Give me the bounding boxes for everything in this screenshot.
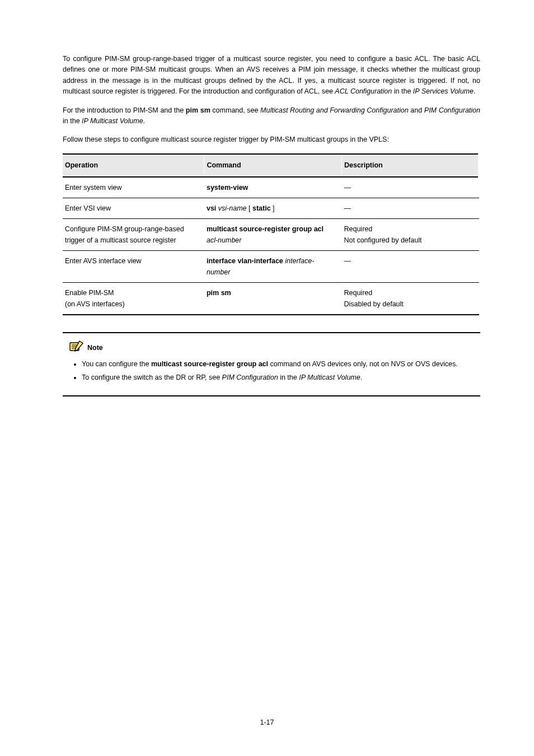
note-block: Note You can configure the multicast sou…	[63, 332, 480, 396]
table-row: Enter VSI view vsi vsi-name [ static ] —	[63, 198, 479, 219]
table-header-description: Description	[341, 154, 479, 177]
paragraph-1: To configure PIM-SM group-range-based tr…	[63, 54, 480, 97]
table-header-command: Command	[204, 154, 342, 177]
note-header: Note	[69, 340, 480, 356]
table-row: Enable PIM-SM(on AVS interfaces) pim sm …	[63, 283, 479, 315]
table-caption: Follow these steps to configure multicas…	[63, 134, 480, 145]
document-page: To configure PIM-SM group-range-based tr…	[0, 0, 534, 756]
note-label: Note	[87, 343, 103, 353]
table-header-operation: Operation	[63, 154, 204, 177]
command-table: Operation Command Description Enter syst…	[63, 153, 480, 315]
list-item: You can configure the multicast source-r…	[82, 359, 480, 370]
note-icon	[69, 340, 84, 356]
table-row: Enter system view system-view —	[63, 177, 479, 198]
table-row: Configure PIM-SM group-range-based trigg…	[63, 219, 479, 251]
table-row: Enter AVS interface view interface vlan-…	[63, 251, 479, 283]
page-number: 1-17	[0, 717, 534, 728]
body-text: To configure PIM-SM group-range-based tr…	[63, 54, 480, 146]
note-list: You can configure the multicast source-r…	[63, 359, 480, 383]
list-item: To configure the switch as the DR or RP,…	[82, 372, 480, 383]
paragraph-2: For the introduction to PIM-SM and the p…	[63, 105, 480, 127]
